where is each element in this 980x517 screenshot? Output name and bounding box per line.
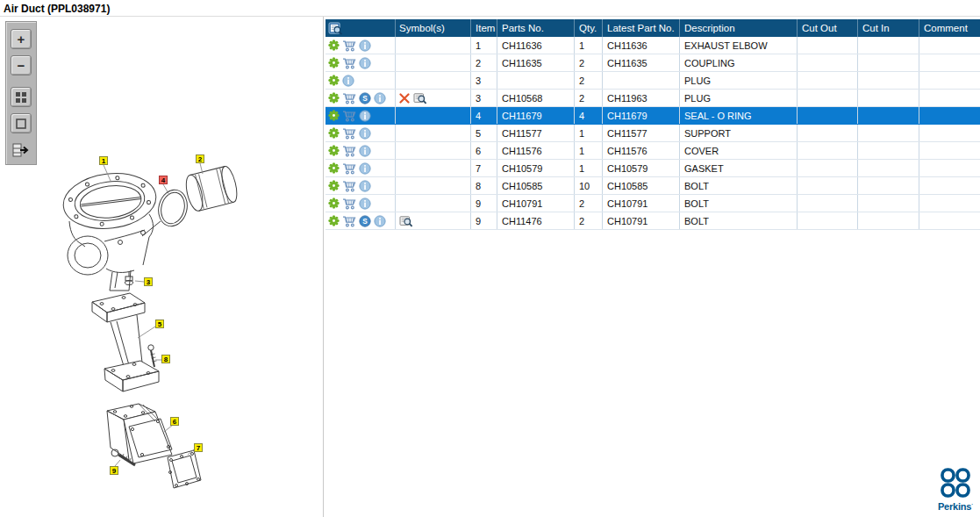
table-row[interactable]: 4 CH11679 4 CH11679 SEAL - O RING [325,107,980,125]
cell-parts-no: CH11577 [497,125,575,141]
parts-table: Symbol(s) Item Parts No. Qty. Latest Par… [325,19,980,230]
table-row[interactable]: 5 CH11577 1 CH11577 SUPPORT [325,125,980,142]
part-callout-4[interactable]: 4 [159,176,168,184]
cell-latest-part-no: CH11635 [603,54,680,71]
row-actions-cell [325,160,396,176]
part-callout-3[interactable]: 3 [144,277,153,286]
add-to-cart-icon[interactable] [342,145,356,157]
info-icon[interactable] [359,180,371,192]
part-callout-2[interactable]: 2 [196,154,204,163]
col-header-comment: Comment [919,19,980,37]
gear-icon[interactable] [328,110,340,121]
info-icon[interactable] [374,92,386,104]
substitute-icon[interactable]: S [359,92,371,104]
add-to-cart-icon[interactable] [342,127,356,140]
col-header-qty: Qty. [575,19,603,37]
info-icon[interactable] [359,145,371,157]
info-icon[interactable] [359,197,371,210]
cell-parts-no [497,72,575,89]
part-callout-1[interactable]: 1 [99,156,108,165]
table-row[interactable]: 8 CH10585 10 CH10585 BOLT [325,177,980,195]
info-icon[interactable] [359,110,371,122]
part-callout-5[interactable]: 5 [155,320,164,328]
info-icon[interactable] [374,215,386,227]
info-icon[interactable] [359,39,371,52]
add-to-cart-icon[interactable] [342,39,356,52]
title-bar: Air Duct (PPL038971) [0,0,980,17]
add-to-cart-icon[interactable] [342,110,356,122]
table-row[interactable]: 7 CH10579 1 CH10579 GASKET [325,160,980,177]
table-row[interactable]: 3 2 PLUG [325,72,980,90]
frame-view-button[interactable] [11,113,32,133]
cell-description: BOLT [680,212,798,229]
cell-description: PLUG [680,72,798,89]
diagram-panel: 1 2 4 3 5 8 6 7 9 + − [0,17,324,517]
table-row[interactable]: 2 CH11635 2 CH11635 COUPLING [325,54,980,72]
cell-parts-no: CH10579 [497,160,575,176]
col-header-diagram-search[interactable] [325,19,396,37]
part-callout-8[interactable]: 8 [161,355,170,363]
table-row[interactable]: S 9 CH11476 2 CH10791 BOLT [325,212,980,230]
add-to-cart-icon[interactable] [342,92,356,104]
gear-icon[interactable] [328,197,340,209]
table-row[interactable]: 6 CH11576 1 CH11576 COVER [325,142,980,160]
gear-icon[interactable] [328,127,340,139]
info-icon[interactable] [359,162,371,175]
cell-qty: 1 [575,142,603,159]
gear-icon[interactable] [328,180,340,191]
cell-cut-out [798,212,858,229]
collapse-panel-button[interactable] [11,140,32,160]
cell-latest-part-no: CH10585 [603,177,680,194]
gear-icon[interactable] [328,39,340,51]
info-icon[interactable] [359,57,371,69]
part-callout-9[interactable]: 9 [110,466,118,475]
cell-comment [919,72,980,89]
tile-view-button[interactable] [11,87,32,107]
perkins-logo: Perkins· [935,468,976,512]
cell-parts-no: CH10585 [497,177,575,194]
substitute-icon[interactable]: S [359,215,371,227]
cell-comment [919,212,980,229]
tile-view-icon [16,92,26,103]
not-illustrated-icon[interactable] [399,93,410,104]
col-header-parts-no: Parts No. [497,19,575,37]
cell-cut-out [798,177,858,194]
col-header-symbols: Symbol(s) [396,19,471,37]
cell-cut-out [798,195,858,212]
add-to-cart-icon[interactable] [342,180,356,192]
zoom-out-button[interactable]: − [11,55,32,75]
cell-comment [919,54,980,71]
add-to-cart-icon[interactable] [342,57,356,69]
add-to-cart-icon[interactable] [342,215,356,227]
gear-icon[interactable] [328,162,340,174]
cell-description: COVER [680,142,798,159]
table-row[interactable]: 9 CH10791 2 CH10791 BOLT [325,195,980,212]
cell-description: GASKET [680,160,798,176]
zoom-in-button[interactable]: + [11,29,32,49]
add-to-cart-icon[interactable] [342,197,356,210]
cell-comment [919,195,980,212]
table-row[interactable]: S 3 CH10568 2 CH11963 PLUG [325,90,980,107]
part-callout-7[interactable]: 7 [194,443,203,452]
view-illustration-icon[interactable] [399,215,413,227]
cell-cut-out [798,107,858,124]
page-title: Air Duct (PPL038971) [0,0,980,15]
cell-item: 8 [471,177,497,194]
info-icon[interactable] [359,127,371,140]
row-actions-cell: S [325,90,396,106]
part-callout-6[interactable]: 6 [170,417,179,426]
table-header: Symbol(s) Item Parts No. Qty. Latest Par… [325,19,980,37]
cell-cut-out [798,37,858,54]
view-illustration-icon[interactable] [413,92,427,104]
cell-parts-no: CH11636 [497,37,575,54]
gear-icon[interactable] [328,215,340,226]
table-row[interactable]: 1 CH11636 1 CH11636 EXHAUST ELBOW [325,37,980,54]
gear-icon[interactable] [328,57,340,68]
gear-icon[interactable] [328,75,340,86]
gear-icon[interactable] [328,92,340,104]
cell-cut-in [858,177,919,194]
gear-icon[interactable] [328,145,340,156]
add-to-cart-icon[interactable] [342,162,356,175]
info-icon[interactable] [342,75,354,87]
cell-parts-no: CH11679 [497,107,575,124]
